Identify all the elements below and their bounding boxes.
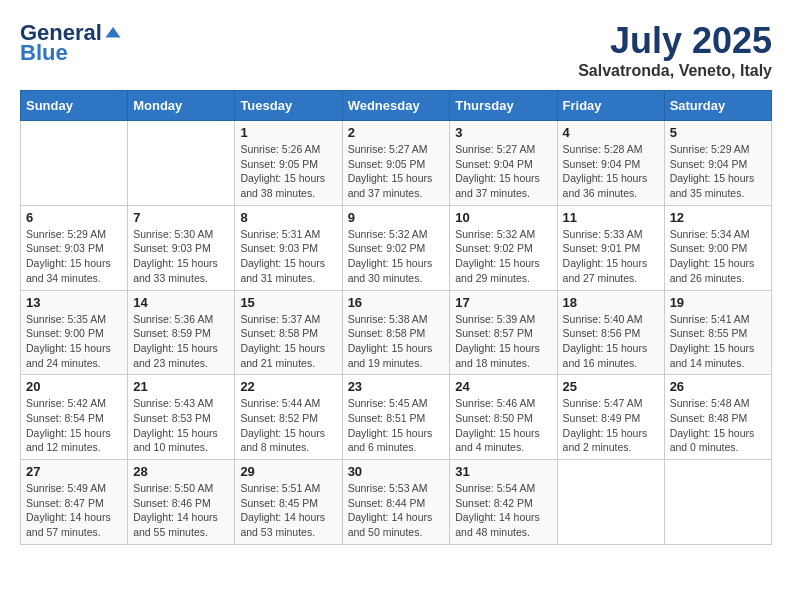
title-block: July 2025 Salvatronda, Veneto, Italy [578,20,772,80]
calendar-cell: 21Sunrise: 5:43 AMSunset: 8:53 PMDayligh… [128,375,235,460]
calendar-cell: 12Sunrise: 5:34 AMSunset: 9:00 PMDayligh… [664,205,771,290]
calendar-week-row: 1Sunrise: 5:26 AMSunset: 9:05 PMDaylight… [21,121,772,206]
day-number: 12 [670,210,766,225]
calendar-cell: 30Sunrise: 5:53 AMSunset: 8:44 PMDayligh… [342,460,450,545]
day-info: Sunrise: 5:37 AMSunset: 8:58 PMDaylight:… [240,312,336,371]
calendar-cell: 24Sunrise: 5:46 AMSunset: 8:50 PMDayligh… [450,375,557,460]
weekday-header: Friday [557,91,664,121]
calendar-cell: 14Sunrise: 5:36 AMSunset: 8:59 PMDayligh… [128,290,235,375]
day-number: 24 [455,379,551,394]
day-number: 7 [133,210,229,225]
day-number: 17 [455,295,551,310]
calendar-cell: 13Sunrise: 5:35 AMSunset: 9:00 PMDayligh… [21,290,128,375]
day-info: Sunrise: 5:42 AMSunset: 8:54 PMDaylight:… [26,396,122,455]
calendar-cell: 18Sunrise: 5:40 AMSunset: 8:56 PMDayligh… [557,290,664,375]
day-info: Sunrise: 5:27 AMSunset: 9:05 PMDaylight:… [348,142,445,201]
day-info: Sunrise: 5:31 AMSunset: 9:03 PMDaylight:… [240,227,336,286]
calendar-cell: 1Sunrise: 5:26 AMSunset: 9:05 PMDaylight… [235,121,342,206]
day-info: Sunrise: 5:45 AMSunset: 8:51 PMDaylight:… [348,396,445,455]
day-number: 19 [670,295,766,310]
day-number: 21 [133,379,229,394]
calendar-cell [128,121,235,206]
day-info: Sunrise: 5:46 AMSunset: 8:50 PMDaylight:… [455,396,551,455]
day-number: 20 [26,379,122,394]
day-info: Sunrise: 5:40 AMSunset: 8:56 PMDaylight:… [563,312,659,371]
calendar-cell: 17Sunrise: 5:39 AMSunset: 8:57 PMDayligh… [450,290,557,375]
day-number: 25 [563,379,659,394]
day-number: 11 [563,210,659,225]
day-number: 28 [133,464,229,479]
day-number: 14 [133,295,229,310]
day-number: 8 [240,210,336,225]
day-info: Sunrise: 5:32 AMSunset: 9:02 PMDaylight:… [348,227,445,286]
month-title: July 2025 [578,20,772,62]
day-info: Sunrise: 5:30 AMSunset: 9:03 PMDaylight:… [133,227,229,286]
day-number: 27 [26,464,122,479]
day-info: Sunrise: 5:36 AMSunset: 8:59 PMDaylight:… [133,312,229,371]
day-info: Sunrise: 5:33 AMSunset: 9:01 PMDaylight:… [563,227,659,286]
calendar-week-row: 13Sunrise: 5:35 AMSunset: 9:00 PMDayligh… [21,290,772,375]
day-info: Sunrise: 5:29 AMSunset: 9:04 PMDaylight:… [670,142,766,201]
day-number: 1 [240,125,336,140]
day-number: 4 [563,125,659,140]
calendar-cell: 27Sunrise: 5:49 AMSunset: 8:47 PMDayligh… [21,460,128,545]
weekday-header: Thursday [450,91,557,121]
day-number: 3 [455,125,551,140]
calendar-cell: 26Sunrise: 5:48 AMSunset: 8:48 PMDayligh… [664,375,771,460]
calendar-week-row: 20Sunrise: 5:42 AMSunset: 8:54 PMDayligh… [21,375,772,460]
calendar-cell: 2Sunrise: 5:27 AMSunset: 9:05 PMDaylight… [342,121,450,206]
calendar-cell: 3Sunrise: 5:27 AMSunset: 9:04 PMDaylight… [450,121,557,206]
logo: General Blue [20,20,122,66]
day-info: Sunrise: 5:54 AMSunset: 8:42 PMDaylight:… [455,481,551,540]
day-number: 15 [240,295,336,310]
day-info: Sunrise: 5:26 AMSunset: 9:05 PMDaylight:… [240,142,336,201]
day-number: 16 [348,295,445,310]
calendar-cell: 7Sunrise: 5:30 AMSunset: 9:03 PMDaylight… [128,205,235,290]
calendar-cell: 23Sunrise: 5:45 AMSunset: 8:51 PMDayligh… [342,375,450,460]
calendar-cell: 5Sunrise: 5:29 AMSunset: 9:04 PMDaylight… [664,121,771,206]
logo-blue: Blue [20,40,68,66]
calendar-cell: 4Sunrise: 5:28 AMSunset: 9:04 PMDaylight… [557,121,664,206]
day-number: 5 [670,125,766,140]
weekday-header-row: SundayMondayTuesdayWednesdayThursdayFrid… [21,91,772,121]
calendar-cell: 31Sunrise: 5:54 AMSunset: 8:42 PMDayligh… [450,460,557,545]
day-info: Sunrise: 5:51 AMSunset: 8:45 PMDaylight:… [240,481,336,540]
svg-marker-0 [105,27,120,38]
day-info: Sunrise: 5:41 AMSunset: 8:55 PMDaylight:… [670,312,766,371]
weekday-header: Wednesday [342,91,450,121]
calendar-cell: 10Sunrise: 5:32 AMSunset: 9:02 PMDayligh… [450,205,557,290]
calendar-cell [21,121,128,206]
day-number: 22 [240,379,336,394]
day-number: 29 [240,464,336,479]
day-info: Sunrise: 5:27 AMSunset: 9:04 PMDaylight:… [455,142,551,201]
day-info: Sunrise: 5:38 AMSunset: 8:58 PMDaylight:… [348,312,445,371]
calendar-table: SundayMondayTuesdayWednesdayThursdayFrid… [20,90,772,545]
calendar-cell [557,460,664,545]
calendar-cell: 15Sunrise: 5:37 AMSunset: 8:58 PMDayligh… [235,290,342,375]
calendar-cell: 6Sunrise: 5:29 AMSunset: 9:03 PMDaylight… [21,205,128,290]
day-info: Sunrise: 5:50 AMSunset: 8:46 PMDaylight:… [133,481,229,540]
calendar-cell: 8Sunrise: 5:31 AMSunset: 9:03 PMDaylight… [235,205,342,290]
day-number: 6 [26,210,122,225]
day-info: Sunrise: 5:48 AMSunset: 8:48 PMDaylight:… [670,396,766,455]
day-number: 30 [348,464,445,479]
day-info: Sunrise: 5:39 AMSunset: 8:57 PMDaylight:… [455,312,551,371]
page-header: General Blue July 2025 Salvatronda, Vene… [20,20,772,80]
calendar-cell: 25Sunrise: 5:47 AMSunset: 8:49 PMDayligh… [557,375,664,460]
calendar-cell: 19Sunrise: 5:41 AMSunset: 8:55 PMDayligh… [664,290,771,375]
calendar-cell: 22Sunrise: 5:44 AMSunset: 8:52 PMDayligh… [235,375,342,460]
day-info: Sunrise: 5:47 AMSunset: 8:49 PMDaylight:… [563,396,659,455]
calendar-cell: 28Sunrise: 5:50 AMSunset: 8:46 PMDayligh… [128,460,235,545]
calendar-cell: 16Sunrise: 5:38 AMSunset: 8:58 PMDayligh… [342,290,450,375]
calendar-cell: 9Sunrise: 5:32 AMSunset: 9:02 PMDaylight… [342,205,450,290]
weekday-header: Monday [128,91,235,121]
day-info: Sunrise: 5:29 AMSunset: 9:03 PMDaylight:… [26,227,122,286]
day-number: 13 [26,295,122,310]
calendar-cell: 11Sunrise: 5:33 AMSunset: 9:01 PMDayligh… [557,205,664,290]
calendar-cell: 20Sunrise: 5:42 AMSunset: 8:54 PMDayligh… [21,375,128,460]
calendar-week-row: 27Sunrise: 5:49 AMSunset: 8:47 PMDayligh… [21,460,772,545]
weekday-header: Saturday [664,91,771,121]
day-info: Sunrise: 5:43 AMSunset: 8:53 PMDaylight:… [133,396,229,455]
calendar-week-row: 6Sunrise: 5:29 AMSunset: 9:03 PMDaylight… [21,205,772,290]
day-number: 31 [455,464,551,479]
